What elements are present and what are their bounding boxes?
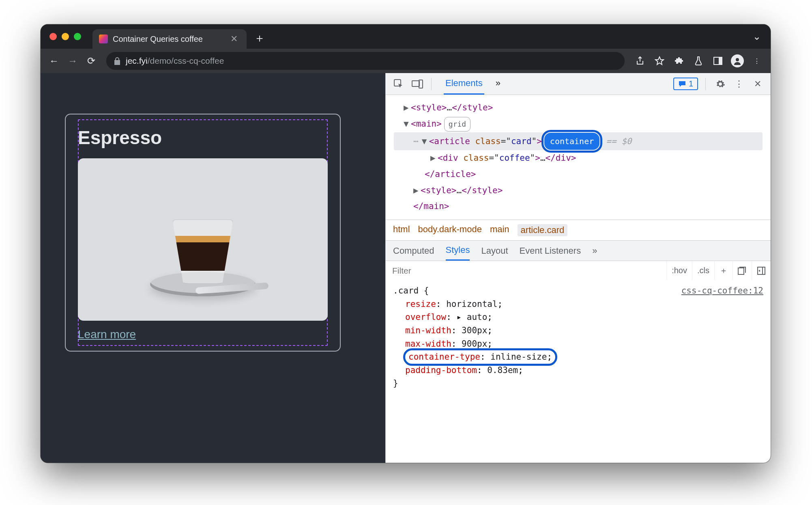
card-container[interactable]: Espresso Learn more <box>65 114 341 352</box>
close-window-button[interactable] <box>49 33 57 40</box>
devtools-toolbar: Elements » 1 ⋮ ✕ <box>386 73 771 95</box>
breadcrumb-body[interactable]: body.dark-mode <box>418 224 482 236</box>
dom-node-main[interactable]: ▼<main>grid <box>394 116 763 132</box>
labs-button[interactable] <box>690 53 707 69</box>
tabs-menu-button[interactable]: ⌄ <box>753 31 761 42</box>
coffee-image <box>78 158 328 321</box>
cls-toggle[interactable]: .cls <box>692 261 714 280</box>
computed-tab[interactable]: Computed <box>393 242 434 260</box>
grid-badge[interactable]: grid <box>444 117 470 132</box>
layout-tab[interactable]: Layout <box>481 242 508 260</box>
back-button[interactable]: ← <box>46 53 62 69</box>
svg-rect-4 <box>412 81 419 86</box>
extensions-button[interactable] <box>671 53 687 69</box>
close-tab-button[interactable]: ✕ <box>228 34 240 44</box>
dom-node-style[interactable]: ▶<style>…</style> <box>394 100 763 116</box>
copy-styles-button[interactable] <box>733 261 752 280</box>
new-tab-button[interactable]: ＋ <box>254 30 265 46</box>
learn-more-link[interactable]: Learn more <box>78 328 136 341</box>
side-panel-button[interactable] <box>710 53 726 69</box>
browser-window: Container Queries coffee ✕ ＋ ⌄ ← → ⟳ jec… <box>41 24 771 463</box>
dom-node-article-selected[interactable]: ⋯▼<article class="card">container== $0 <box>394 132 763 150</box>
breadcrumb-main[interactable]: main <box>490 224 509 236</box>
dom-node-main-close[interactable]: </main> <box>394 199 763 215</box>
bookmark-button[interactable] <box>651 53 668 69</box>
content-area: Espresso Learn more Elements <box>41 73 771 463</box>
rendering-button[interactable] <box>752 261 771 280</box>
avatar <box>731 54 744 67</box>
styles-tab[interactable]: Styles <box>446 241 470 261</box>
container-badge[interactable]: container <box>544 133 599 150</box>
url-bar[interactable]: jec.fyi/demo/css-cq-coffee <box>106 52 625 70</box>
device-toolbar-button[interactable] <box>410 77 425 91</box>
inspect-element-button[interactable] <box>391 77 406 91</box>
svg-rect-1 <box>719 57 722 65</box>
breadcrumb[interactable]: html body.dark-mode main article.card <box>386 220 771 240</box>
account-button[interactable] <box>729 53 745 69</box>
devtools-panel: Elements » 1 ⋮ ✕ ▶<style>…</style> <box>385 73 771 463</box>
tab-title: Container Queries coffee <box>113 35 223 44</box>
source-link[interactable]: css-cq-coffee:12 <box>681 284 763 298</box>
maximize-window-button[interactable] <box>74 33 81 40</box>
forward-button[interactable]: → <box>65 53 80 69</box>
issues-button[interactable]: 1 <box>673 78 698 90</box>
favicon-icon <box>99 35 108 43</box>
svg-rect-6 <box>738 268 744 274</box>
url-text: jec.fyi/demo/css-cq-coffee <box>126 56 224 66</box>
dom-node-article-close[interactable]: </article> <box>394 166 763 183</box>
close-devtools-button[interactable]: ✕ <box>750 77 765 91</box>
window-controls <box>49 33 81 40</box>
devtools-menu-button[interactable]: ⋮ <box>732 77 746 91</box>
share-button[interactable] <box>632 53 648 69</box>
styles-filter-bar: :hov .cls ＋ <box>386 261 771 280</box>
more-styles-tabs-button[interactable]: » <box>592 242 597 260</box>
dom-tree[interactable]: ▶<style>…</style> ▼<main>grid ⋯▼<article… <box>386 95 771 220</box>
container-type-highlight: container-type: inline-size; <box>405 350 555 364</box>
settings-button[interactable] <box>713 77 728 91</box>
menu-button[interactable]: ⋮ <box>749 53 765 69</box>
tab-strip: Container Queries coffee ✕ ＋ ⌄ <box>41 24 771 49</box>
more-tabs-button[interactable]: » <box>494 73 502 95</box>
hov-toggle[interactable]: :hov <box>666 261 692 280</box>
new-style-rule-button[interactable]: ＋ <box>714 261 733 280</box>
elements-tab[interactable]: Elements <box>444 73 484 95</box>
breadcrumb-html[interactable]: html <box>393 224 410 236</box>
lock-icon <box>114 57 121 65</box>
event-listeners-tab[interactable]: Event Listeners <box>520 242 581 260</box>
card-title: Espresso <box>78 127 328 149</box>
css-rules[interactable]: .card {css-cq-coffee:12 resize: horizont… <box>386 280 771 394</box>
minimize-window-button[interactable] <box>62 33 69 40</box>
svg-point-2 <box>736 58 739 61</box>
rendered-page: Espresso Learn more <box>41 73 385 463</box>
dom-node-div-coffee[interactable]: ▶<div class="coffee">…</div> <box>394 150 763 166</box>
breadcrumb-article[interactable]: article.card <box>518 224 568 236</box>
browser-tab[interactable]: Container Queries coffee ✕ <box>92 29 247 49</box>
reload-button[interactable]: ⟳ <box>84 53 99 69</box>
styles-filter-input[interactable] <box>386 261 666 280</box>
styles-tabbar: Computed Styles Layout Event Listeners » <box>386 240 771 261</box>
address-bar: ← → ⟳ jec.fyi/demo/css-cq-coffee <box>41 49 771 73</box>
dom-node-style2[interactable]: ▶<style>…</style> <box>394 183 763 199</box>
devtools-tabs: Elements » <box>444 73 502 95</box>
